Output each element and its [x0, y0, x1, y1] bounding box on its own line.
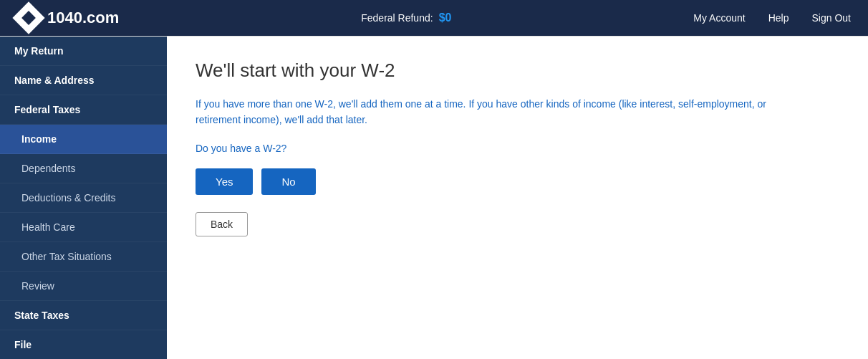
help-link[interactable]: Help — [768, 12, 789, 24]
sidebar-item-file[interactable]: File — [0, 330, 167, 359]
no-button[interactable]: No — [261, 168, 315, 195]
sidebar-item-name-address[interactable]: Name & Address — [0, 66, 167, 95]
logo-diamond-icon — [12, 1, 44, 34]
sidebar: My Return Name & Address Federal Taxes I… — [0, 37, 167, 359]
my-account-link[interactable]: My Account — [693, 12, 745, 24]
sign-out-link[interactable]: Sign Out — [812, 12, 851, 24]
w2-question: Do you have a W-2? — [196, 143, 839, 154]
header: 1040.com Federal Refund: $0 My Account H… — [0, 0, 868, 36]
sidebar-item-state-taxes[interactable]: State Taxes — [0, 301, 167, 330]
yes-button[interactable]: Yes — [196, 168, 253, 195]
sidebar-item-health-care[interactable]: Health Care — [0, 213, 167, 242]
page-title: We'll start with your W-2 — [196, 59, 839, 82]
refund-display: Federal Refund: $0 — [361, 11, 451, 24]
refund-label: Federal Refund: — [361, 12, 433, 24]
sidebar-item-income[interactable]: Income — [0, 125, 167, 154]
sidebar-item-dependents[interactable]: Dependents — [0, 154, 167, 183]
sidebar-item-review[interactable]: Review — [0, 272, 167, 301]
logo-area: 1040.com — [17, 6, 119, 29]
back-button[interactable]: Back — [196, 212, 248, 236]
layout: My Return Name & Address Federal Taxes I… — [0, 37, 868, 359]
sidebar-item-federal-taxes[interactable]: Federal Taxes — [0, 95, 167, 125]
main-content: We'll start with your W-2 If you have mo… — [167, 37, 868, 359]
sidebar-item-other-tax-situations[interactable]: Other Tax Situations — [0, 242, 167, 272]
sidebar-item-my-return[interactable]: My Return — [0, 37, 167, 66]
back-button-row: Back — [196, 212, 839, 236]
description-text: If you have more than one W-2, we'll add… — [196, 96, 783, 128]
answer-buttons: Yes No — [196, 168, 839, 195]
sidebar-item-deductions-credits[interactable]: Deductions & Credits — [0, 183, 167, 213]
header-nav: My Account Help Sign Out — [693, 12, 851, 24]
refund-amount: $0 — [439, 11, 452, 24]
logo-text: 1040.com — [47, 9, 119, 27]
